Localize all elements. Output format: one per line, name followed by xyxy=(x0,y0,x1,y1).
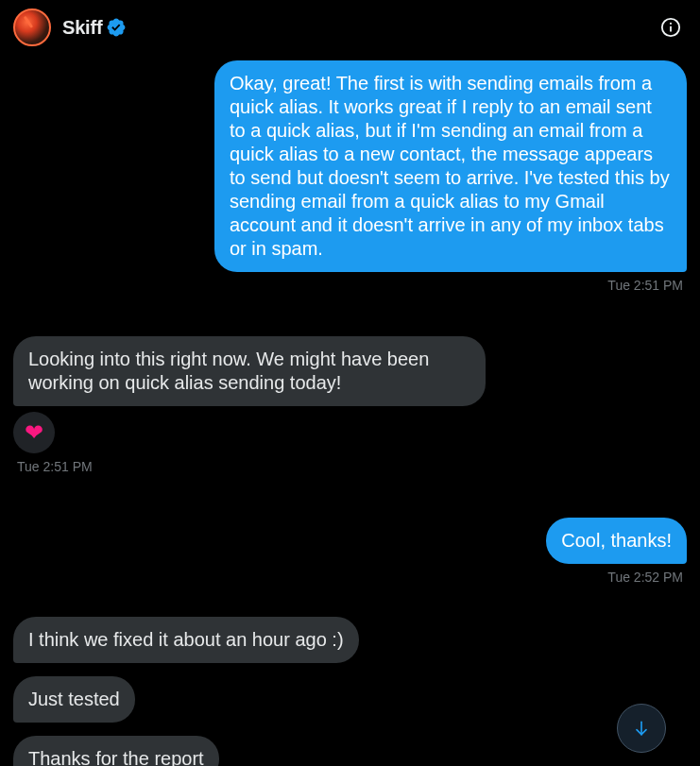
message-bubble[interactable]: Cool, thanks! xyxy=(546,518,687,564)
dm-header: Skiff xyxy=(0,0,700,55)
message-sent: Cool, thanks! Tue 2:52 PM xyxy=(13,518,687,585)
message-thread[interactable]: Okay, great! The first is with sending e… xyxy=(0,60,700,766)
message-timestamp: Tue 2:51 PM xyxy=(13,459,96,474)
avatar[interactable] xyxy=(13,9,51,46)
svg-point-2 xyxy=(670,23,672,25)
message-received: I think we fixed it about an hour ago :) xyxy=(13,617,687,663)
scroll-to-bottom-button[interactable] xyxy=(617,704,666,753)
message-timestamp: Tue 2:51 PM xyxy=(604,278,687,293)
verified-badge-icon xyxy=(106,17,127,38)
message-bubble[interactable]: I think we fixed it about an hour ago :) xyxy=(13,617,359,663)
message-bubble[interactable]: Thanks for the report xyxy=(13,736,219,766)
name-wrap[interactable]: Skiff xyxy=(62,17,127,39)
message-bubble[interactable]: Okay, great! The first is with sending e… xyxy=(214,60,687,272)
info-icon xyxy=(660,17,681,38)
message-received: Looking into this right now. We might ha… xyxy=(13,336,687,474)
message-received: Just tested xyxy=(13,676,687,723)
info-button[interactable] xyxy=(655,11,687,43)
message-bubble[interactable]: Looking into this right now. We might ha… xyxy=(13,336,486,406)
heart-icon: ❤ xyxy=(25,421,43,444)
message-bubble[interactable]: Just tested xyxy=(13,676,135,723)
message-timestamp: Tue 2:52 PM xyxy=(604,570,687,585)
display-name: Skiff xyxy=(62,17,102,39)
message-sent: Okay, great! The first is with sending e… xyxy=(13,60,687,293)
arrow-down-icon xyxy=(632,719,651,738)
message-received: Thanks for the report ❤ xyxy=(13,736,687,766)
reaction-badge[interactable]: ❤ xyxy=(13,412,55,453)
